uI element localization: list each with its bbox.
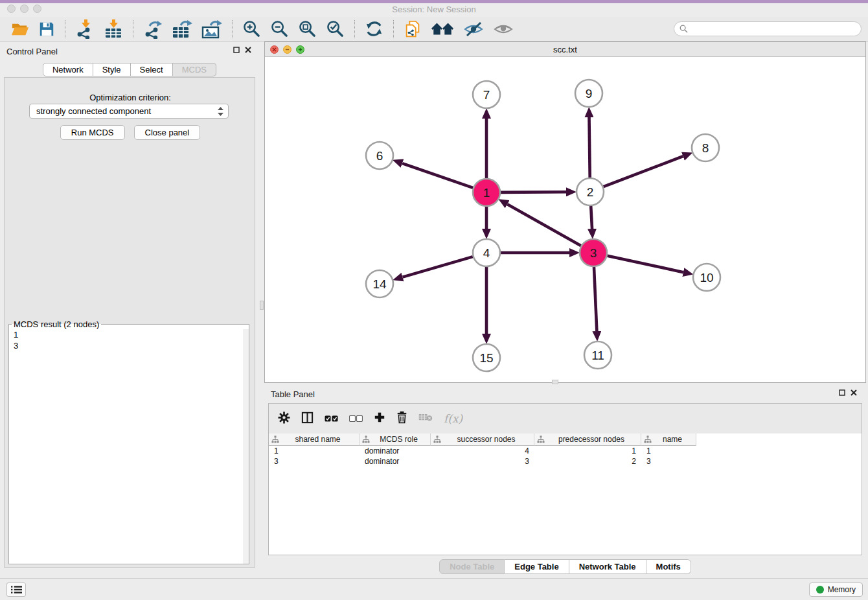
export-table-button[interactable]	[167, 19, 197, 40]
table-cell[interactable]: dominator	[360, 446, 431, 456]
graph-node-11[interactable]: 11	[584, 341, 611, 369]
export-image-button[interactable]	[197, 19, 227, 40]
clone-network-button[interactable]	[399, 19, 426, 40]
graph-node-14[interactable]: 14	[366, 270, 393, 297]
import-table-button[interactable]	[99, 19, 128, 40]
tab-style[interactable]: Style	[93, 63, 131, 76]
refresh-button[interactable]	[360, 19, 388, 40]
graph-node-9[interactable]: 9	[575, 80, 602, 107]
import-network-button[interactable]	[71, 19, 99, 40]
graph-node-3[interactable]: 3	[580, 239, 607, 266]
result-line: 1	[9, 329, 249, 340]
table-row[interactable]: 1dominator411	[269, 446, 862, 456]
home-view-button[interactable]	[426, 19, 459, 40]
toggle-column-pane-button[interactable]	[301, 411, 314, 426]
table-cell[interactable]: 3	[431, 456, 534, 467]
close-panel-button[interactable]: Close panel	[134, 125, 201, 140]
two-homes-icon	[431, 21, 454, 38]
hide-preview-button[interactable]	[459, 19, 488, 40]
mcds-result-title: MCDS result (2 nodes)	[12, 319, 101, 329]
search-input[interactable]	[691, 23, 861, 35]
graph-node-8[interactable]: 8	[692, 134, 719, 161]
tab-edge-table[interactable]: Edge Table	[505, 559, 569, 574]
table-row[interactable]: 3dominator323	[269, 456, 862, 467]
column-header-name[interactable]: name	[641, 433, 696, 446]
zoom-out-button[interactable]	[266, 19, 293, 40]
select-all-columns-button[interactable]	[325, 413, 338, 424]
graph-node-6[interactable]: 6	[366, 142, 393, 169]
column-type-icon	[271, 435, 279, 443]
deselect-all-columns-button[interactable]	[349, 413, 363, 424]
tab-network[interactable]: Network	[43, 63, 93, 76]
splitter-grip[interactable]	[260, 301, 264, 310]
tab-select[interactable]: Select	[131, 63, 173, 76]
function-builder-button[interactable]: f(x)	[444, 412, 463, 425]
column-header-successor-nodes[interactable]: successor nodes	[431, 433, 534, 446]
graph-edge-3-11[interactable]	[594, 267, 597, 331]
column-header-MCDS-role[interactable]: MCDS role	[360, 433, 431, 446]
close-panel-icon[interactable]	[245, 47, 251, 53]
table-cell[interactable]: 3	[269, 456, 360, 467]
column-header-predecessor-nodes[interactable]: predecessor nodes	[534, 433, 641, 446]
optimization-criterion-select[interactable]: strongly connected component	[29, 104, 229, 119]
graph-edge-1-2[interactable]	[501, 192, 566, 192]
memory-button[interactable]: Memory	[809, 583, 863, 597]
zoom-fit-button[interactable]	[293, 19, 321, 40]
graph-node-4[interactable]: 4	[473, 239, 500, 266]
eye-icon	[493, 21, 514, 38]
table-settings-button[interactable]	[278, 411, 290, 426]
tab-mcds[interactable]: MCDS	[173, 63, 216, 76]
delete-table-button[interactable]	[418, 413, 433, 424]
zoom-in-button[interactable]	[238, 19, 266, 40]
close-table-panel-icon[interactable]	[851, 389, 857, 396]
graph-edge-4-14[interactable]	[403, 257, 473, 277]
graph-node-7[interactable]: 7	[473, 81, 500, 108]
network-window-title: scc.txt	[265, 45, 865, 54]
float-panel-icon[interactable]	[233, 47, 240, 53]
graph-node-1[interactable]: 1	[473, 179, 500, 206]
mcds-result-list[interactable]: 1 3	[9, 329, 249, 564]
result-scrollbar[interactable]	[243, 329, 249, 564]
vertical-splitter[interactable]	[259, 41, 264, 578]
zoom-selected-button[interactable]	[321, 19, 349, 40]
table-cell[interactable]: 1	[269, 446, 360, 456]
graph-edge-2-8[interactable]	[604, 156, 683, 187]
network-graph: 7968124314101511	[265, 57, 865, 382]
create-column-button[interactable]	[374, 411, 385, 426]
graph-edge-3-10[interactable]	[607, 256, 683, 272]
graph-edge-1-6[interactable]	[402, 163, 473, 188]
table-cell[interactable]: dominator	[360, 456, 431, 467]
float-table-panel-icon[interactable]	[839, 389, 845, 396]
open-session-button[interactable]	[6, 19, 34, 40]
table-cell[interactable]: 1	[534, 446, 641, 456]
graph-node-2[interactable]: 2	[577, 178, 604, 205]
network-canvas[interactable]: 7968124314101511	[265, 57, 865, 382]
delete-table-icon	[418, 413, 433, 422]
table-cell[interactable]: 4	[431, 446, 534, 456]
export-network-icon	[143, 19, 163, 39]
graph-node-15[interactable]: 15	[473, 344, 500, 371]
graph-node-10[interactable]: 10	[693, 264, 720, 291]
column-header-shared-name[interactable]: shared name	[269, 433, 360, 446]
table-cell[interactable]: 3	[641, 456, 696, 467]
table-cell[interactable]: 1	[641, 446, 696, 456]
tab-node-table[interactable]: Node Table	[439, 559, 505, 574]
eye-slash-icon	[463, 21, 484, 38]
graph-edge-2-3[interactable]	[591, 206, 592, 229]
delete-column-button[interactable]	[396, 411, 407, 426]
run-mcds-button[interactable]: Run MCDS	[60, 125, 125, 140]
export-table-icon	[172, 19, 192, 39]
tab-network-table[interactable]: Network Table	[569, 559, 646, 574]
export-network-button[interactable]	[139, 19, 167, 40]
tab-motifs[interactable]: Motifs	[646, 559, 691, 574]
task-history-button[interactable]	[6, 583, 26, 597]
graph-edge-3-1[interactable]	[507, 204, 581, 246]
save-session-button[interactable]	[34, 19, 60, 40]
show-preview-button[interactable]	[488, 19, 518, 40]
column-type-icon	[362, 435, 370, 443]
graph-edge-2-9[interactable]	[589, 117, 589, 178]
table-cell[interactable]: 2	[534, 456, 641, 467]
search-field[interactable]	[674, 21, 862, 36]
table-toolbar: f(x)	[269, 404, 862, 433]
horizontal-splitter-grip[interactable]	[552, 380, 558, 384]
